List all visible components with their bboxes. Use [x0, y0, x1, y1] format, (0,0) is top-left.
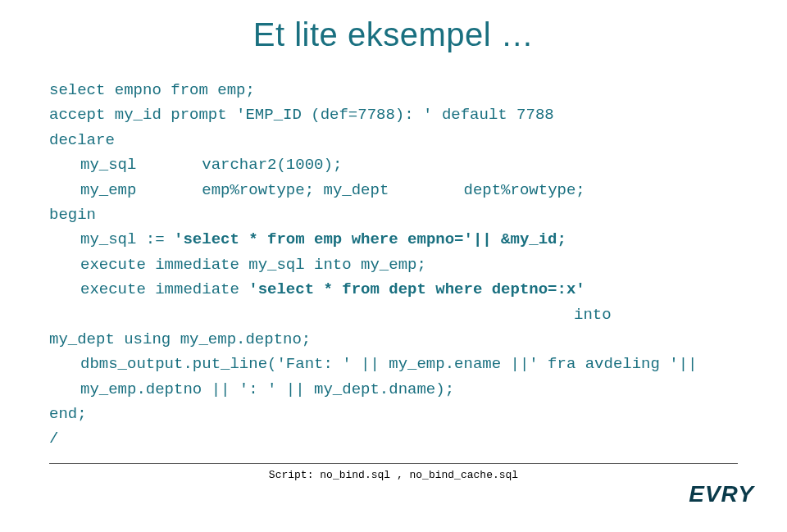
code-line: begin — [49, 202, 738, 227]
code-line: my_sql := 'select * from emp where empno… — [49, 227, 738, 252]
code-line: accept my_id prompt 'EMP_ID (def=7788): … — [49, 102, 738, 127]
code-block: select empno from emp; accept my_id prom… — [49, 78, 738, 452]
code-line: execute immediate my_sql into my_emp; — [49, 252, 738, 277]
code-token: execute immediate — [80, 280, 248, 298]
code-line: my_sql varchar2(1000); — [49, 152, 738, 177]
code-line: dbms_output.put_line('Fant: ' || my_emp.… — [49, 352, 738, 402]
code-token: my_sql := — [80, 230, 174, 248]
code-token: dept%rowtype; — [464, 181, 585, 199]
logo-text: EVRY — [689, 481, 754, 507]
script-file: no_bind_cache.sql — [410, 469, 519, 481]
code-line: select empno from emp; — [49, 78, 738, 102]
code-token: my_emp — [80, 181, 136, 199]
code-token: varchar2(1000); — [202, 156, 342, 174]
script-reference: Script: no_bind.sql , no_bind_cache.sql — [49, 469, 738, 481]
code-token: emp%rowtype; my_dept — [202, 181, 389, 199]
slide-page: Et lite eksempel … select empno from emp… — [0, 0, 787, 532]
code-line: into — [49, 302, 738, 327]
code-token-bold: 'select * from dept where deptno=:x' — [248, 280, 585, 298]
code-line: end; — [49, 402, 738, 426]
code-line: execute immediate 'select * from dept wh… — [49, 277, 738, 302]
code-line: my_dept using my_emp.deptno; — [49, 327, 738, 352]
code-token: my_sql — [80, 156, 136, 174]
company-logo: EVRY — [689, 481, 754, 507]
code-token-bold: 'select * from emp where empno='|| &my_i… — [174, 230, 566, 248]
code-line: declare — [49, 128, 738, 152]
divider-line — [49, 463, 738, 464]
code-line: / — [49, 426, 738, 451]
script-label: Script: — [269, 469, 320, 481]
code-line: my_emp emp%rowtype; my_dept dept%rowtype… — [49, 178, 738, 202]
script-sep: , — [390, 469, 409, 481]
script-file: no_bind.sql — [320, 469, 390, 481]
slide-title: Et lite eksempel … — [49, 16, 738, 53]
